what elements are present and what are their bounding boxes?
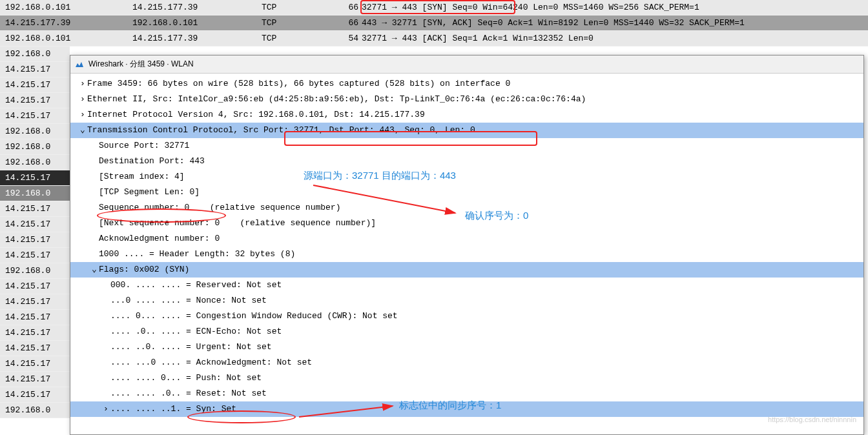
packet-row-partial[interactable]: 14.215.17 [0, 201, 70, 217]
ethernet-line[interactable]: ›Ethernet II, Src: IntelCor_a9:56:eb (d4… [70, 92, 863, 107]
packet-row-partial[interactable]: 14.215.17 [0, 217, 70, 232]
col-info: 32771 → 443 [ACK] Seq=1 Ack=1 Win=132352… [362, 31, 868, 46]
src-port-line[interactable]: Source Port: 32771 [70, 138, 863, 154]
cwr-flag-line[interactable]: .... 0... .... = Congestion Window Reduc… [70, 309, 863, 324]
packet-row-partial[interactable]: 192.168.0 [0, 263, 70, 279]
packet-row-partial[interactable]: 14.215.17 [0, 310, 70, 325]
push-flag-line[interactable]: .... .... 0... = Push: Not set [70, 370, 863, 386]
packet-row-partial[interactable]: 14.215.17 [0, 387, 70, 403]
urgent-flag-line[interactable]: .... ..0. .... = Urgent: Not set [70, 339, 863, 355]
packet-row-partial[interactable]: 14.215.17 [0, 62, 70, 77]
packet-row-partial[interactable]: 14.215.17 [0, 294, 70, 310]
col-destination: 192.168.0.101 [132, 15, 262, 30]
packet-row-partial[interactable]: 14.215.17 [0, 93, 70, 108]
chevron-right-icon[interactable]: › [78, 92, 87, 107]
flags-line[interactable]: ⌄Flags: 0x002 (SYN) [70, 262, 863, 278]
packet-row-partial[interactable]: 14.215.17 [0, 108, 70, 124]
stream-index-line[interactable]: [Stream index: 4] [70, 169, 863, 185]
packet-row-partial[interactable]: 192.168.0 [0, 155, 70, 170]
frame-line[interactable]: ›Frame 3459: 66 bytes on wire (528 bits)… [70, 76, 863, 92]
next-seq-line[interactable]: [Next sequence number: 0 (relative seque… [70, 216, 863, 231]
packet-row-partial[interactable]: 14.215.17 [0, 325, 70, 341]
packet-row-partial[interactable]: 192.168.0 [0, 403, 70, 418]
packet-row-partial[interactable]: 14.215.17 [0, 341, 70, 356]
dst-port-line[interactable]: Destination Port: 443 [70, 154, 863, 169]
packet-row-partial[interactable]: 192.168.0 [0, 186, 70, 201]
packet-row-partial[interactable]: 14.215.17 [0, 170, 70, 186]
detail-window: Wireshark · 分组 3459 · WLAN ›Frame 3459: … [70, 55, 864, 435]
syn-flag-line[interactable]: ›.... .... ..1. = Syn: Set [70, 401, 863, 417]
col-source: 14.215.177.39 [0, 15, 132, 30]
chevron-right-icon[interactable]: › [101, 401, 110, 417]
reset-flag-line[interactable]: .... .... .0.. = Reset: Not set [70, 386, 863, 401]
packet-row-partial[interactable]: 192.168.0 [0, 124, 70, 139]
col-length: 66 [339, 0, 362, 15]
packet-row[interactable]: 192.168.0.101 14.215.177.39 TCP 66 32771… [0, 0, 868, 15]
chevron-right-icon[interactable]: › [78, 76, 87, 92]
partial-packet-column: 192.168.014.215.1714.215.1714.215.1714.2… [0, 46, 70, 418]
wireshark-icon [74, 59, 85, 70]
col-destination: 14.215.177.39 [132, 31, 262, 46]
header-len-line[interactable]: 1000 .... = Header Length: 32 bytes (8) [70, 247, 863, 262]
packet-row-partial[interactable]: 14.215.17 [0, 279, 70, 294]
packet-row-partial[interactable]: 192.168.0 [0, 46, 70, 62]
col-protocol: TCP [262, 0, 339, 15]
packet-list: 192.168.0.101 14.215.177.39 TCP 66 32771… [0, 0, 868, 46]
col-info: 32771 → 443 [SYN] Seq=0 Win=64240 Len=0 … [362, 0, 868, 15]
ack-flag-line[interactable]: .... ...0 .... = Acknowledgment: Not set [70, 355, 863, 370]
ack-num-line[interactable]: Acknowledgment number: 0 [70, 231, 863, 247]
ip-line[interactable]: ›Internet Protocol Version 4, Src: 192.1… [70, 107, 863, 123]
packet-details: ›Frame 3459: 66 bytes on wire (528 bits)… [70, 74, 863, 417]
col-protocol: TCP [262, 31, 339, 46]
col-length: 66 [339, 15, 362, 30]
col-source: 192.168.0.101 [0, 31, 132, 46]
ecn-flag-line[interactable]: .... .0.. .... = ECN-Echo: Not set [70, 324, 863, 339]
window-title: Wireshark · 分组 3459 · WLAN [88, 59, 194, 70]
col-length: 54 [339, 31, 362, 46]
seq-num-line[interactable]: Sequence number: 0 (relative sequence nu… [70, 200, 863, 216]
col-info: 443 → 32771 [SYN, ACK] Seq=0 Ack=1 Win=8… [362, 15, 868, 30]
nonce-flag-line[interactable]: ...0 .... .... = Nonce: Not set [70, 293, 863, 309]
chevron-down-icon[interactable]: ⌄ [90, 262, 99, 278]
packet-row[interactable]: 14.215.177.39 192.168.0.101 TCP 66 443 →… [0, 15, 868, 31]
packet-row-partial[interactable]: 14.215.17 [0, 372, 70, 387]
title-bar[interactable]: Wireshark · 分组 3459 · WLAN [70, 56, 863, 74]
tcp-seg-len-line[interactable]: [TCP Segment Len: 0] [70, 185, 863, 200]
tcp-header-line[interactable]: ⌄Transmission Control Protocol, Src Port… [70, 123, 863, 138]
chevron-down-icon[interactable]: ⌄ [78, 123, 87, 138]
packet-row-partial[interactable]: 14.215.17 [0, 77, 70, 93]
packet-row-partial[interactable]: 14.215.17 [0, 232, 70, 248]
packet-row-partial[interactable]: 192.168.0 [0, 139, 70, 155]
packet-row[interactable]: 192.168.0.101 14.215.177.39 TCP 54 32771… [0, 31, 868, 46]
col-destination: 14.215.177.39 [132, 0, 262, 15]
col-protocol: TCP [262, 15, 339, 30]
reserved-flag-line[interactable]: 000. .... .... = Reserved: Not set [70, 278, 863, 293]
col-source: 192.168.0.101 [0, 0, 132, 15]
chevron-right-icon[interactable]: › [78, 107, 87, 123]
packet-row-partial[interactable]: 14.215.17 [0, 248, 70, 263]
watermark: https://blog.csdn.net/ninnnin [768, 416, 856, 423]
packet-row-partial[interactable]: 14.215.17 [0, 356, 70, 372]
